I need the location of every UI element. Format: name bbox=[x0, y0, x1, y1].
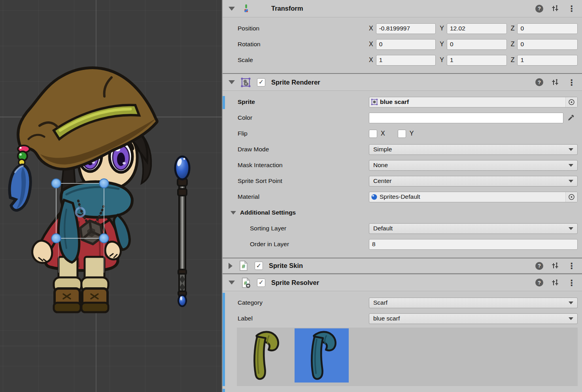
sprite-skin-header[interactable]: # Sprite Skin ? ⋮ bbox=[223, 258, 582, 273]
sprite-label: Sprite bbox=[223, 98, 369, 106]
presets-icon[interactable] bbox=[552, 279, 559, 286]
sprite-object-field[interactable]: blue scarf bbox=[369, 97, 578, 107]
more-options-icon[interactable]: ⋮ bbox=[567, 262, 576, 270]
selection-handle-bottom-left[interactable] bbox=[52, 234, 61, 243]
additional-settings-label: Additional Settings bbox=[240, 209, 296, 216]
sprite-sort-point-row: Sprite Sort Point Center bbox=[223, 173, 582, 189]
sprite-renderer-enabled-checkbox[interactable] bbox=[257, 78, 265, 87]
sorting-layer-value: Default bbox=[373, 225, 393, 232]
position-row: Position X Y Z bbox=[223, 21, 582, 36]
order-in-layer-input[interactable] bbox=[369, 239, 578, 250]
sorting-layer-row: Sorting Layer Default bbox=[223, 220, 582, 236]
variant-blue-scarf[interactable] bbox=[295, 328, 349, 383]
sprite-renderer-body: Sprite blue scarf bbox=[223, 91, 582, 258]
help-icon[interactable]: ? bbox=[535, 78, 543, 86]
order-in-layer-label: Order in Layer bbox=[223, 241, 369, 248]
draw-mode-value: Simple bbox=[373, 146, 392, 153]
color-label: Color bbox=[223, 114, 369, 121]
foldout-sprite-renderer[interactable] bbox=[229, 80, 235, 84]
rotation-z-input[interactable] bbox=[517, 39, 578, 50]
sprite-skin-enabled-checkbox[interactable] bbox=[255, 262, 263, 270]
sprite-resolver-header[interactable]: # Sprite Resolver ? ⋮ bbox=[223, 274, 582, 291]
scale-y-input[interactable] bbox=[447, 55, 507, 66]
position-y-input[interactable] bbox=[447, 23, 507, 34]
sprite-variant-strip bbox=[237, 328, 578, 386]
rotation-y-input[interactable] bbox=[447, 39, 507, 50]
object-picker-icon[interactable] bbox=[565, 97, 577, 107]
foldout-sprite-skin[interactable] bbox=[229, 263, 232, 269]
sprite-resolver-enabled-checkbox[interactable] bbox=[257, 279, 265, 287]
draw-mode-row: Draw Mode Simple bbox=[223, 141, 582, 157]
sprite-resolver-title: Sprite Resolver bbox=[271, 279, 319, 286]
help-icon[interactable]: ? bbox=[535, 5, 543, 13]
more-options-icon[interactable]: ⋮ bbox=[567, 279, 576, 287]
chevron-down-icon bbox=[569, 164, 573, 167]
flip-y-checkbox[interactable] bbox=[398, 130, 406, 138]
more-options-icon[interactable]: ⋮ bbox=[567, 4, 576, 13]
scale-x-input[interactable] bbox=[376, 55, 436, 66]
y-axis-label: Y bbox=[440, 41, 444, 48]
z-axis-label: Z bbox=[511, 57, 515, 64]
rotation-label: Rotation bbox=[223, 41, 369, 48]
help-icon[interactable]: ? bbox=[535, 279, 543, 286]
x-axis-label: X bbox=[369, 25, 373, 32]
flip-y-label: Y bbox=[410, 130, 414, 137]
label-row: Label blue scarf bbox=[223, 311, 582, 326]
help-icon[interactable]: ? bbox=[535, 262, 543, 270]
more-options-icon[interactable]: ⋮ bbox=[567, 78, 576, 87]
presets-icon[interactable] bbox=[552, 5, 559, 12]
label-label: Label bbox=[223, 315, 369, 322]
sprite-sort-point-value: Center bbox=[373, 177, 392, 185]
sprite-sort-point-label: Sprite Sort Point bbox=[223, 177, 369, 185]
foldout-sprite-resolver[interactable] bbox=[229, 281, 235, 285]
label-value: blue scarf bbox=[373, 315, 400, 322]
sprite-renderer-header[interactable]: Sprite Renderer ? ⋮ bbox=[223, 74, 582, 91]
presets-icon[interactable] bbox=[552, 262, 559, 270]
mask-interaction-dropdown[interactable]: None bbox=[369, 160, 578, 171]
mask-interaction-value: None bbox=[373, 162, 388, 169]
additional-settings-row[interactable]: Additional Settings bbox=[223, 205, 582, 220]
script-plus-icon: # bbox=[240, 277, 251, 288]
position-x-input[interactable] bbox=[376, 23, 436, 34]
selection-handle-top-left[interactable] bbox=[52, 179, 61, 188]
flip-x-checkbox[interactable] bbox=[369, 130, 377, 138]
sorting-layer-dropdown[interactable]: Default bbox=[369, 223, 578, 234]
character-sprite[interactable] bbox=[9, 68, 157, 312]
eyedropper-icon[interactable] bbox=[563, 113, 578, 123]
variant-green-scarf[interactable] bbox=[237, 328, 291, 383]
rotation-x-input[interactable] bbox=[376, 39, 436, 50]
object-picker-icon[interactable] bbox=[565, 192, 577, 202]
scale-row: Scale X Y Z bbox=[223, 52, 582, 68]
material-object-field[interactable]: Sprites-Default bbox=[369, 192, 578, 202]
flip-x-label: X bbox=[381, 130, 385, 137]
override-indicator-tail bbox=[223, 389, 225, 392]
foldout-additional-settings[interactable] bbox=[231, 211, 236, 215]
color-swatch[interactable] bbox=[369, 113, 563, 123]
chevron-down-icon bbox=[569, 302, 573, 304]
transform-header[interactable]: Transform ? ⋮ bbox=[223, 0, 582, 17]
position-z-input[interactable] bbox=[517, 23, 578, 34]
sprite-sort-point-dropdown[interactable]: Center bbox=[369, 176, 578, 187]
override-indicator-resolver bbox=[223, 293, 225, 386]
sprite-mini-icon bbox=[371, 98, 378, 106]
selection-handle-bottom-right[interactable] bbox=[100, 234, 109, 243]
staff-sprite[interactable] bbox=[175, 156, 189, 306]
scene-view[interactable] bbox=[0, 0, 222, 392]
x-axis-label: X bbox=[369, 41, 373, 48]
category-label: Category bbox=[223, 299, 369, 306]
scale-z-input[interactable] bbox=[517, 55, 578, 66]
override-indicator-sprite bbox=[223, 96, 225, 109]
flip-label: Flip bbox=[223, 130, 369, 137]
chevron-down-icon bbox=[569, 180, 573, 183]
order-in-layer-row: Order in Layer bbox=[223, 236, 582, 252]
draw-mode-dropdown[interactable]: Simple bbox=[369, 144, 578, 155]
category-dropdown[interactable]: Scarf bbox=[369, 298, 578, 308]
sprite-skin-title: Sprite Skin bbox=[269, 262, 303, 270]
presets-icon[interactable] bbox=[552, 79, 559, 86]
label-dropdown[interactable]: blue scarf bbox=[369, 313, 578, 324]
foldout-transform[interactable] bbox=[229, 7, 235, 11]
rotation-row: Rotation X Y Z bbox=[223, 36, 582, 52]
unity-editor: Transform ? ⋮ Position X Y Z bbox=[0, 0, 582, 392]
material-label: Material bbox=[223, 193, 369, 200]
selection-handle-top-right[interactable] bbox=[100, 179, 109, 188]
